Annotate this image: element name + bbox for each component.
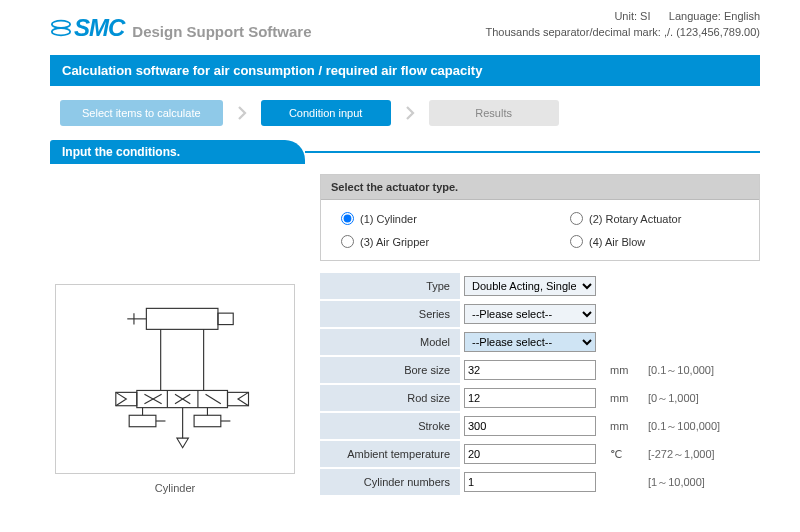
title-bar: Calculation software for air consumption… [50, 55, 760, 86]
radio-cylinder-label: (1) Cylinder [360, 213, 417, 225]
stroke-range: [0.1～100,000] [640, 419, 720, 434]
radio-gripper[interactable]: (3) Air Gripper [341, 235, 510, 248]
radio-gripper-input[interactable] [341, 235, 354, 248]
logo-text: SMC [74, 14, 124, 42]
smc-logo-icon [50, 17, 72, 39]
stroke-input[interactable] [464, 416, 596, 436]
form-rows: Type Double Acting, Single Rod Series --… [320, 273, 760, 495]
series-label: Series [320, 301, 460, 327]
actuator-header: Select the actuator type. [321, 175, 759, 200]
rod-label: Rod size [320, 385, 460, 411]
model-label: Model [320, 329, 460, 355]
header-meta: Unit: SI Language: English Thousands sep… [485, 10, 760, 42]
diagram-caption: Cylinder [50, 482, 300, 494]
separator-note: Thousands separator/decimal mark: ,/. (1… [485, 26, 760, 38]
bore-label: Bore size [320, 357, 460, 383]
svg-rect-2 [146, 308, 218, 329]
chevron-right-icon [233, 104, 251, 122]
count-range: [1～10,000] [640, 475, 705, 490]
section-line [305, 151, 760, 153]
pneumatic-schematic-icon [70, 299, 280, 459]
bore-range: [0.1～10,000] [640, 363, 714, 378]
svg-rect-3 [218, 313, 233, 324]
svg-line-15 [206, 394, 221, 404]
svg-rect-21 [194, 415, 221, 426]
temp-label: Ambient temperature [320, 441, 460, 467]
step-select-items[interactable]: Select items to calculate [60, 100, 223, 126]
app-title: Design Support Software [132, 23, 311, 40]
svg-point-0 [52, 21, 70, 28]
lang-label: Language: [669, 10, 724, 22]
lang-value[interactable]: English [724, 10, 760, 22]
form-panel: Select the actuator type. (1) Cylinder (… [320, 174, 760, 497]
radio-gripper-label: (3) Air Gripper [360, 236, 429, 248]
radio-rotary[interactable]: (2) Rotary Actuator [570, 212, 739, 225]
model-select[interactable]: --Please select-- [464, 332, 596, 352]
radio-cylinder-input[interactable] [341, 212, 354, 225]
rod-input[interactable] [464, 388, 596, 408]
unit-label: Unit: [614, 10, 640, 22]
step-condition-input[interactable]: Condition input [261, 100, 391, 126]
svg-rect-18 [129, 415, 156, 426]
header: SMC Design Support Software Unit: SI Lan… [0, 0, 800, 47]
step-nav: Select items to calculate Condition inpu… [0, 86, 800, 140]
section-title: Input the conditions. [50, 140, 305, 164]
count-label: Cylinder numbers [320, 469, 460, 495]
stroke-label: Stroke [320, 413, 460, 439]
radio-airblow-input[interactable] [570, 235, 583, 248]
radio-cylinder[interactable]: (1) Cylinder [341, 212, 510, 225]
cylinder-diagram [55, 284, 295, 474]
chevron-right-icon [401, 104, 419, 122]
actuator-type-box: Select the actuator type. (1) Cylinder (… [320, 174, 760, 261]
count-input[interactable] [464, 472, 596, 492]
radio-rotary-label: (2) Rotary Actuator [589, 213, 681, 225]
step-results[interactable]: Results [429, 100, 559, 126]
svg-point-1 [52, 28, 70, 35]
rod-unit: mm [600, 392, 640, 404]
temp-input[interactable] [464, 444, 596, 464]
bore-input[interactable] [464, 360, 596, 380]
series-select[interactable]: --Please select-- [464, 304, 596, 324]
diagram-panel: Cylinder [50, 174, 300, 497]
section-header: Input the conditions. [50, 140, 800, 164]
stroke-unit: mm [600, 420, 640, 432]
rod-range: [0～1,000] [640, 391, 699, 406]
radio-rotary-input[interactable] [570, 212, 583, 225]
type-select[interactable]: Double Acting, Single Rod [464, 276, 596, 296]
unit-value[interactable]: SI [640, 10, 650, 22]
logo-group: SMC Design Support Software [50, 14, 312, 42]
type-label: Type [320, 273, 460, 299]
temp-unit: ℃ [600, 448, 640, 461]
radio-airblow-label: (4) Air Blow [589, 236, 645, 248]
bore-unit: mm [600, 364, 640, 376]
radio-airblow[interactable]: (4) Air Blow [570, 235, 739, 248]
temp-range: [-272～1,000] [640, 447, 715, 462]
logo: SMC [50, 14, 124, 42]
